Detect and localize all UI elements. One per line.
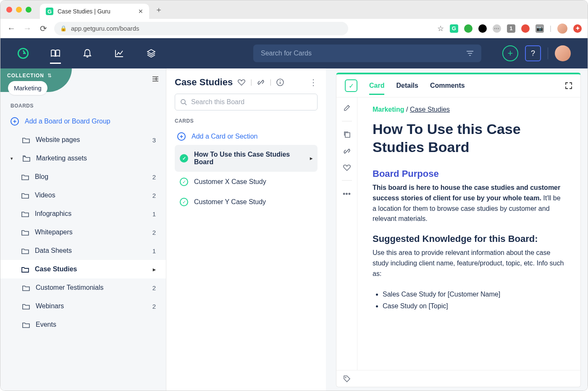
search-icon [180,99,187,105]
extension-badge-icon[interactable]: ✦ [573,24,582,33]
collection-label: COLLECTION [7,73,44,79]
chevron-right-icon: ▸ [310,155,312,161]
expand-icon[interactable] [565,82,572,89]
help-button[interactable]: ? [525,45,541,61]
minimize-window-icon[interactable] [16,7,22,13]
folder-icon [22,137,30,143]
folder-icon [21,266,29,273]
sidebar-item-infographics[interactable]: Infographics 1 [0,205,166,223]
browser-tab[interactable]: G Case Studies | Guru ✕ [40,4,149,19]
sidebar-item-blog[interactable]: Blog 2 [0,168,166,186]
collection-name-pill[interactable]: Marketing [8,81,47,95]
add-button[interactable]: + [502,45,518,61]
analytics-icon[interactable] [114,48,125,59]
filter-icon[interactable] [466,50,474,56]
tab-card[interactable]: Card [369,82,384,95]
folder-group-icon [22,155,30,162]
list-item: Case Study on [Topic] [383,300,565,312]
sidebar-item-customer-testimonials[interactable]: Customer Testimonials 2 [0,278,166,297]
sidebar-item-whitepapers[interactable]: Whitepapers 2 [0,223,166,241]
card-item-customer-y[interactable]: ✓ Customer Y Case Study [175,192,318,212]
sidebar-item-case-studies[interactable]: Case Studies ▸ [0,260,166,278]
card-toolbar: ••• [336,97,357,370]
extension-strip: ☆ G ⋯ 1 📷 | ✦ [437,24,582,34]
board-search-input[interactable]: Search this Board [175,94,318,110]
more-icon[interactable]: ••• [343,190,351,199]
star-icon[interactable]: ☆ [437,24,444,33]
collapse-sidebar-icon[interactable] [152,76,159,82]
url-input[interactable]: 🔒 app.getguru.com/boards [54,22,348,35]
extension-gray-icon[interactable]: ⋯ [493,24,501,33]
extension-square-icon[interactable]: 1 [507,24,515,33]
browser-tab-bar: G Case Studies | Guru ✕ ＋ [0,0,588,19]
profile-avatar-icon[interactable] [557,24,567,34]
card-footer [336,370,580,387]
card-item-how-to-use[interactable]: ✓ How To Use this Case Studies Board ▸ [175,145,318,172]
breadcrumb-leaf[interactable]: Case Studies [410,106,450,113]
link-icon[interactable] [343,147,351,155]
info-icon[interactable] [276,79,284,86]
sidebar-item-videos[interactable]: Videos 2 [0,186,166,205]
tag-icon[interactable] [343,375,351,383]
layers-icon[interactable] [146,48,157,59]
edit-icon[interactable] [343,104,351,112]
verify-check-icon[interactable]: ✓ [345,79,357,92]
traffic-lights [6,7,32,13]
sidebar-item-marketing-assets[interactable]: ▾ Marketing assets [0,149,166,168]
card-tabs: ✓ Card Details Comments [336,74,580,97]
close-tab-icon[interactable]: ✕ [138,8,143,15]
forward-button[interactable]: → [22,24,32,33]
add-board-button[interactable]: + Add a Board or Board Group [0,112,166,131]
heart-icon[interactable] [343,164,351,171]
bell-icon[interactable] [82,48,93,59]
new-tab-button[interactable]: ＋ [155,5,163,15]
divider [548,47,548,59]
guru-favicon-icon: G [46,8,53,15]
tab-details[interactable]: Details [396,82,418,89]
folder-icon [22,303,30,310]
section-heading: Suggested Knowledge for this Board: [373,234,565,244]
reload-button[interactable]: ⟳ [38,24,48,34]
add-card-button[interactable]: + Add a Card or Section [175,128,318,145]
close-window-icon[interactable] [6,7,12,13]
card-item-customer-x[interactable]: ✓ Customer X Case Study [175,172,318,192]
maximize-window-icon[interactable] [26,7,32,13]
search-input[interactable]: Search for Cards [253,45,481,62]
back-button[interactable]: ← [6,24,16,33]
user-avatar[interactable] [555,45,571,61]
cards-section-label: CARDS [175,118,318,124]
guru-extension-icon[interactable]: G [450,24,458,33]
check-circle-icon: ✓ [180,198,188,206]
board-search-placeholder: Search this Board [191,98,244,106]
library-icon[interactable] [50,53,61,64]
lock-icon: 🔒 [60,25,67,31]
bullet-list: Sales Case Study for [Customer Name] Cas… [373,289,565,313]
sidebar-item-data-sheets[interactable]: Data Sheets 1 [0,241,166,260]
breadcrumb: Marketing / Case Studies [373,106,565,113]
check-circle-icon: ✓ [180,178,188,186]
sidebar-item-events[interactable]: Events [0,315,166,334]
board-column: Case Studies | | ⋮ Search this Board CAR… [166,68,326,391]
sidebar-item-webinars[interactable]: Webinars 2 [0,297,166,315]
extension-red-icon[interactable] [521,24,530,33]
link-icon[interactable] [257,79,265,86]
folder-icon [21,192,29,199]
more-icon[interactable]: ⋮ [309,77,318,87]
tab-comments[interactable]: Comments [430,82,465,89]
boards-section-label: BOARDS [0,98,166,112]
heart-icon[interactable] [238,79,245,86]
card-title: How To Use this Case Studies Board [373,120,565,156]
url-text: app.getguru.com/boards [71,25,139,32]
breadcrumb-root[interactable]: Marketing [373,106,404,113]
copy-icon[interactable] [343,131,351,138]
plus-circle-icon: + [10,117,19,126]
folder-icon [21,248,29,254]
guru-logo-icon[interactable] [17,47,29,59]
sidebar-item-website-pages[interactable]: Website pages 3 [0,131,166,149]
folder-icon [21,211,29,217]
camera-extension-icon[interactable]: 📷 [536,24,544,33]
card-panel-wrapper: ✓ Card Details Comments ••• [326,68,588,391]
extension-black-icon[interactable] [478,24,487,33]
extension-green-icon[interactable] [464,24,472,33]
chevron-down-icon: ▾ [10,156,16,161]
